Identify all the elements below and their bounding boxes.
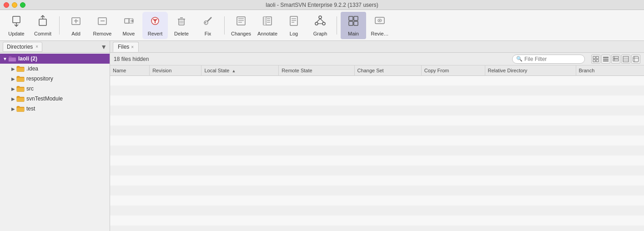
content-area: Files × 18 files hidden 🔍: [110, 41, 644, 231]
main-area: Directories × ▼ ▼ laoli (2) ▶: [0, 41, 644, 231]
files-tab[interactable]: Files ×: [113, 42, 139, 52]
remove-icon: [96, 15, 109, 29]
table-row: [110, 85, 644, 95]
svg-rect-2: [39, 19, 46, 25]
col-relative-directory[interactable]: Relative Directory: [485, 65, 576, 75]
svg-point-39: [322, 22, 325, 25]
col-branch[interactable]: Branch: [576, 65, 644, 75]
revert-label: Revert: [148, 31, 162, 36]
svg-line-40: [317, 19, 320, 22]
close-button[interactable]: [4, 2, 9, 8]
sidebar-tab-close[interactable]: ×: [35, 44, 38, 49]
svg-rect-58: [593, 60, 595, 62]
fix-label: Fix: [205, 31, 211, 36]
revert-button[interactable]: Revert: [142, 12, 168, 39]
svg-rect-52: [17, 78, 24, 81]
table-row: [110, 156, 644, 166]
folder-icon-idea: [16, 65, 25, 72]
tree-label-idea: .idea: [26, 65, 38, 72]
view-icon-btn-3[interactable]: [611, 55, 620, 64]
changes-label: Changes: [231, 31, 251, 36]
move-button[interactable]: Move: [116, 12, 141, 39]
col-name[interactable]: Name: [110, 65, 150, 75]
svg-rect-43: [349, 16, 353, 20]
graph-label: Graph: [313, 31, 327, 36]
annotate-button[interactable]: Annotate: [255, 12, 280, 39]
view-icons: [591, 55, 640, 64]
tree-item-respository[interactable]: ▶ respository: [0, 74, 110, 84]
fix-button[interactable]: Fix: [195, 12, 221, 39]
update-icon: [10, 15, 23, 29]
view-icon-btn-5[interactable]: [631, 55, 640, 64]
delete-button[interactable]: Delete: [169, 12, 194, 39]
table-row: [110, 186, 644, 196]
svg-point-49: [379, 20, 381, 21]
update-button[interactable]: Update: [4, 12, 29, 39]
commit-label: Commit: [34, 31, 51, 36]
col-revision[interactable]: Revision: [150, 65, 201, 75]
review-icon: [373, 15, 386, 29]
sidebar-tab-directories[interactable]: Directories ×: [3, 42, 42, 52]
sidebar-tab-bar: Directories × ▼: [0, 41, 110, 53]
folder-icon-src: [16, 85, 25, 92]
changes-icon: [235, 15, 247, 29]
tree-item-root[interactable]: ▼ laoli (2): [0, 54, 110, 64]
tree-label-svntestmodule: svnTestModule: [26, 95, 63, 102]
tree-item-svntestmodule[interactable]: ▶ svnTestModule: [0, 94, 110, 104]
maximize-button[interactable]: [20, 2, 25, 8]
table-header-row: Name Revision Local State ▲ Remote State: [110, 65, 644, 75]
tree-arrow-idea: ▶: [10, 66, 16, 71]
svg-rect-66: [623, 56, 629, 62]
table-row: [110, 216, 644, 226]
commit-icon: [36, 15, 49, 29]
log-button[interactable]: Log: [281, 12, 307, 39]
files-table-wrap[interactable]: Name Revision Local State ▲ Remote State: [110, 65, 644, 231]
commit-button[interactable]: Commit: [30, 12, 55, 39]
fix-icon: [201, 15, 214, 29]
svg-line-20: [207, 17, 211, 21]
table-row: [110, 206, 644, 216]
changes-button[interactable]: Changes: [228, 12, 254, 39]
tree-arrow-svntestmodule: ▶: [10, 96, 16, 101]
svg-rect-59: [596, 60, 599, 62]
minimize-button[interactable]: [12, 2, 17, 8]
tree-item-idea[interactable]: ▶ .idea: [0, 64, 110, 74]
sidebar-expand-button[interactable]: ▼: [101, 43, 107, 50]
file-filter-input[interactable]: [524, 56, 579, 62]
tree-arrow-test: ▶: [10, 106, 16, 111]
log-label: Log: [290, 31, 298, 36]
svg-rect-57: [596, 56, 599, 59]
view-icon-btn-2[interactable]: [601, 55, 610, 64]
tree-item-src[interactable]: ▶ src: [0, 84, 110, 94]
svg-rect-64: [613, 59, 619, 61]
col-copy-from[interactable]: Copy From: [421, 65, 485, 75]
files-tab-close[interactable]: ×: [131, 45, 134, 50]
table-row: [110, 136, 644, 146]
move-icon: [122, 15, 135, 29]
view-icon-btn-1[interactable]: [591, 55, 600, 64]
remove-button[interactable]: Remove: [90, 12, 115, 39]
view-icon-btn-4[interactable]: [621, 55, 630, 64]
tree-label-root: laoli (2): [18, 55, 37, 62]
table-row: [110, 146, 644, 156]
folder-icon-respository: [16, 75, 25, 82]
svg-line-41: [320, 19, 324, 22]
col-change-set[interactable]: Change Set: [354, 65, 421, 75]
table-row: [110, 166, 644, 176]
graph-button[interactable]: Graph: [307, 12, 333, 39]
svg-point-21: [205, 22, 206, 23]
col-local-state[interactable]: Local State ▲: [201, 65, 279, 75]
review-button[interactable]: Revie…: [367, 12, 392, 39]
add-button[interactable]: Add: [63, 12, 89, 39]
tree-label-src: src: [26, 85, 34, 92]
sidebar-tab-label: Directories: [7, 44, 33, 50]
svg-point-38: [315, 22, 318, 25]
annotate-label: Annotate: [257, 31, 277, 36]
annotate-icon: [261, 15, 274, 29]
tree-item-test[interactable]: ▶ test: [0, 104, 110, 114]
col-remote-state[interactable]: Remote State: [279, 65, 354, 75]
sidebar: Directories × ▼ ▼ laoli (2) ▶: [0, 41, 110, 231]
svg-rect-51: [17, 68, 24, 71]
svg-rect-44: [354, 16, 358, 20]
main-button[interactable]: Main: [341, 12, 366, 39]
